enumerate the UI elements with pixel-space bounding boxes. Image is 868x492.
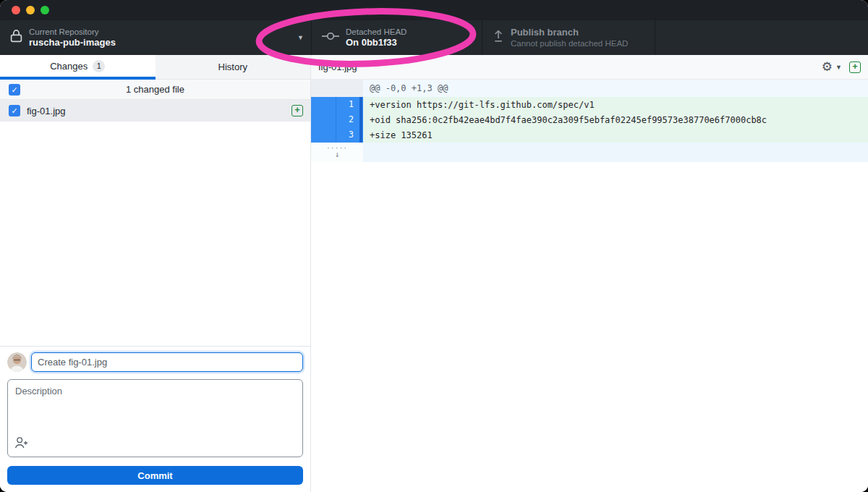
changed-file-row[interactable]: ✓ fig-01.jpg + — [0, 100, 310, 122]
toolbar: Current Repository ruscha-pub-images ▼ D… — [0, 20, 868, 55]
expand-down-arrow-icon: ↓ — [335, 151, 340, 158]
diff-line-gutter[interactable]: 2 — [311, 112, 363, 127]
select-all-checkbox[interactable]: ✓ — [9, 84, 20, 96]
changed-files-header: ✓ 1 changed file — [0, 80, 310, 100]
diff-hunk-header-row: @@ -0,0 +1,3 @@ — [311, 80, 868, 97]
publish-branch-label: Publish branch — [511, 27, 628, 38]
changed-files-summary: 1 changed file — [0, 84, 310, 95]
branch-state-label: Detached HEAD — [346, 27, 407, 37]
add-coauthor-icon[interactable] — [14, 436, 28, 451]
lock-icon — [10, 29, 22, 46]
diff-panel: fig-01.jpg ⚙ ▼ + @@ -0,0 +1,3 @@ 1 +vers… — [311, 55, 868, 492]
expand-down-control[interactable]: ····· ↓ — [311, 143, 363, 162]
tab-changes-label: Changes — [50, 61, 88, 72]
sidebar-tabs: Changes 1 History — [0, 55, 310, 80]
chevron-down-icon: ▼ — [297, 34, 304, 41]
user-avatar — [7, 352, 27, 372]
diff-hunk-gutter — [311, 80, 363, 97]
changed-file-name: fig-01.jpg — [27, 106, 292, 116]
diff-header: fig-01.jpg ⚙ ▼ + — [311, 55, 868, 80]
zoom-window-button[interactable] — [41, 6, 49, 14]
diff-empty-area — [311, 162, 868, 492]
chevron-down-icon: ▼ — [468, 34, 475, 41]
commit-form: Commit — [0, 346, 310, 492]
tab-changes[interactable]: Changes 1 — [0, 55, 156, 80]
diff-body: @@ -0,0 +1,3 @@ 1 +version https://git-l… — [311, 80, 868, 162]
file-checkbox[interactable]: ✓ — [9, 105, 20, 116]
diff-expand-spacer — [363, 143, 868, 162]
diff-added-line-row[interactable]: 3 +size 135261 — [311, 127, 868, 143]
gear-icon[interactable]: ⚙ — [822, 61, 833, 73]
diff-added-line-row[interactable]: 2 +oid sha256:0c2fb42eae4bd7f4fae390c2a3… — [311, 112, 868, 127]
upload-arrow-icon — [493, 30, 504, 46]
diff-hunk-header-text: @@ -0,0 +1,3 @@ — [363, 80, 868, 97]
add-to-diff-button[interactable]: + — [849, 62, 861, 73]
file-list-empty-area — [0, 122, 310, 346]
minimize-window-button[interactable] — [26, 6, 35, 14]
diff-line-number: 1 — [336, 97, 359, 112]
publish-branch-button[interactable]: Publish branch Cannot publish detached H… — [482, 20, 655, 55]
changes-count-badge: 1 — [93, 60, 105, 72]
diff-line-text: +version https://git-lfs.github.com/spec… — [363, 97, 868, 112]
window-controls — [12, 6, 49, 14]
current-branch-dropdown[interactable]: Detached HEAD On 0bb1f33 ▼ — [312, 20, 482, 55]
commit-description-box — [7, 379, 303, 457]
branch-state-value: On 0bb1f33 — [346, 37, 407, 48]
toolbar-empty-space — [655, 20, 868, 55]
diff-line-gutter[interactable]: 3 — [311, 127, 363, 143]
commit-summary-input[interactable] — [31, 352, 303, 372]
tab-history[interactable]: History — [156, 55, 311, 80]
diff-added-line-row[interactable]: 1 +version https://git-lfs.github.com/sp… — [311, 97, 868, 112]
diff-line-number: 3 — [336, 127, 359, 143]
chevron-down-icon[interactable]: ▼ — [835, 64, 842, 71]
app-window: Current Repository ruscha-pub-images ▼ D… — [0, 0, 868, 492]
changes-sidebar: Changes 1 History ✓ 1 changed file ✓ fig… — [0, 55, 311, 492]
current-repository-dropdown[interactable]: Current Repository ruscha-pub-images ▼ — [0, 20, 311, 55]
diff-line-gutter[interactable]: 1 — [311, 97, 363, 112]
macos-titlebar — [0, 0, 868, 20]
git-commit-icon — [322, 31, 339, 44]
diff-line-text: +oid sha256:0c2fb42eae4bd7f4fae390c2a309… — [363, 112, 868, 127]
diff-expand-row: ····· ↓ — [311, 143, 868, 162]
main-content: Changes 1 History ✓ 1 changed file ✓ fig… — [0, 55, 868, 492]
tab-history-label: History — [218, 62, 247, 72]
commit-button[interactable]: Commit — [7, 466, 303, 485]
current-repository-name: ruscha-pub-images — [29, 37, 116, 48]
current-repository-label: Current Repository — [29, 27, 116, 37]
diff-line-number: 2 — [336, 112, 359, 127]
file-added-status-icon: + — [292, 105, 303, 116]
diff-file-name: fig-01.jpg — [318, 62, 822, 72]
close-window-button[interactable] — [12, 6, 20, 14]
commit-description-input[interactable] — [8, 380, 302, 438]
publish-branch-sublabel: Cannot publish detached HEAD — [511, 38, 628, 48]
diff-line-text: +size 135261 — [363, 127, 868, 143]
